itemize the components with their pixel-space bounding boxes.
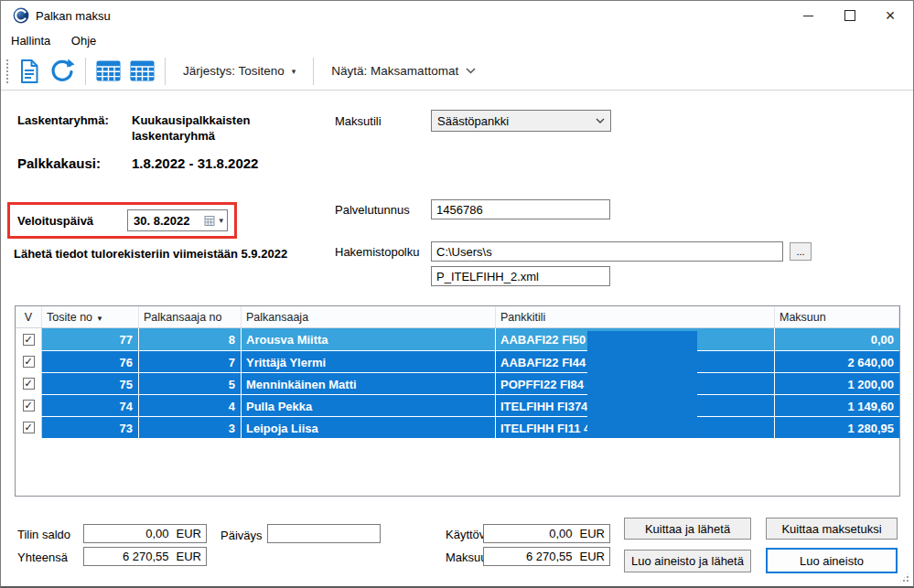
cell-tosite-no: 75	[42, 373, 139, 394]
chevron-down-icon	[596, 118, 605, 123]
currency-label: EUR	[580, 527, 605, 540]
maksutili-select[interactable]: Säästöpankki	[431, 110, 611, 132]
window-title: Palkan maksu	[36, 9, 111, 23]
cell-tosite-no: 73	[42, 417, 139, 438]
cell-palkansaaja-no: 3	[139, 417, 242, 438]
cell-palkansaaja: Pulla Pekka	[242, 395, 496, 416]
close-button[interactable]: ×	[869, 1, 911, 30]
column-header-check[interactable]: V	[16, 306, 42, 327]
toolbar-grip-handle[interactable]	[5, 59, 9, 84]
view-dropdown-label: Näytä: Maksamattomat	[331, 64, 458, 78]
row-checkbox-cell: ✓	[16, 417, 42, 438]
table-row[interactable]: ✓ 75 5 Menninkäinen Matti POPFFI22 FI84 …	[16, 372, 899, 394]
maksutili-selected-value: Säästöpankki	[437, 114, 596, 128]
kuittaa-maksetuksi-button[interactable]: Kuittaa maksetuksi	[766, 518, 898, 540]
hakemistopolku-input[interactable]	[431, 241, 783, 262]
cell-maksuun: 1 200,00	[775, 373, 899, 394]
table-row[interactable]: ✓ 77 8 Arousva Miitta AABAFI22 FI50 ( 0,…	[16, 328, 899, 350]
column-header-palkansaaja[interactable]: Palkansaaja	[242, 306, 496, 327]
row-checkbox[interactable]: ✓	[23, 356, 35, 368]
cell-maksuun: 2 640,00	[775, 351, 899, 372]
laskentaryhma-value-line1: Kuukausipalkkaisten	[132, 113, 250, 127]
new-document-button[interactable]	[14, 57, 45, 86]
kuittaa-ja-laheta-button[interactable]: Kuittaa ja lähetä	[624, 518, 751, 540]
currency-label: EUR	[177, 527, 201, 540]
maximize-button[interactable]	[829, 1, 871, 30]
yhteensa-value: 6 270,55	[89, 550, 169, 563]
row-checkbox[interactable]: ✓	[23, 378, 35, 390]
palvelutunnus-label: Palvelutunnus	[335, 203, 410, 217]
resize-grip[interactable]	[899, 572, 909, 583]
redaction-overlay	[587, 331, 697, 438]
paivays-label: Päiväys	[220, 529, 263, 542]
toolbar-separator	[165, 58, 166, 85]
veloituspaiva-label: Veloituspäivä	[17, 214, 93, 228]
row-checkbox[interactable]: ✓	[23, 400, 35, 412]
calendar-icon	[204, 215, 216, 227]
veloituspaiva-datepicker[interactable]: 30. 8.2022 ▾	[127, 209, 228, 231]
cell-tosite-no: 77	[42, 328, 139, 350]
maximize-icon	[844, 10, 855, 21]
tilin-saldo-field: 0,00 EUR	[83, 524, 207, 543]
luo-aineisto-ja-laheta-button[interactable]: Luo aineisto ja lähetä	[624, 550, 751, 572]
table-row[interactable]: ✓ 74 4 Pulla Pekka ITELFIHH FI3742 1 149…	[16, 394, 899, 416]
toolbar: Järjestys: Tositeno ▾ Näytä: Maksamattom…	[1, 52, 913, 91]
toolbar-separator	[313, 58, 314, 85]
menubar: Hallinta Ohje	[1, 30, 913, 52]
sort-desc-icon: ▼	[96, 315, 103, 323]
menu-item-hallinta[interactable]: Hallinta	[3, 30, 59, 51]
currency-label: EUR	[177, 550, 201, 563]
maksuun-valittu-value: 6 270,55	[489, 550, 573, 563]
column-header-pankkitili[interactable]: Pankkitili	[496, 306, 775, 327]
column-header-maksuun[interactable]: Maksuun	[775, 306, 899, 327]
refresh-button[interactable]	[45, 57, 80, 86]
palvelutunnus-input[interactable]	[431, 199, 610, 219]
menu-item-ohje[interactable]: Ohje	[63, 30, 104, 51]
table-row[interactable]: ✓ 73 3 Leipoja Liisa ITELFIHH FI11 4 1 2…	[16, 416, 899, 438]
row-checkbox[interactable]: ✓	[23, 334, 35, 346]
laskentaryhma-value-line2: laskentaryhmä	[132, 129, 215, 143]
tilin-saldo-value: 0,00	[89, 527, 169, 540]
sort-dropdown-label: Järjestys: Tositeno	[183, 64, 285, 78]
kayttovara-value: 0,00	[489, 527, 573, 540]
filename-input[interactable]	[431, 266, 610, 286]
chevron-down-icon	[466, 68, 476, 74]
palkkakausi-label: Palkkakausi:	[17, 155, 101, 171]
browse-button[interactable]: ...	[790, 242, 812, 261]
new-document-icon	[18, 59, 40, 84]
cell-palkansaaja: Leipoja Liisa	[242, 417, 496, 438]
cell-palkansaaja: Arousva Miitta	[242, 328, 496, 350]
row-checkbox-cell: ✓	[16, 395, 42, 416]
grid-view-button-1[interactable]	[91, 59, 125, 83]
grid-icon	[130, 60, 155, 81]
sort-dropdown[interactable]: Järjestys: Tositeno ▾	[171, 64, 307, 78]
column-header-palkansaaja-no[interactable]: Palkansaaja no	[139, 306, 242, 327]
maksutili-label: Maksutili	[335, 114, 382, 128]
cell-palkansaaja-no: 5	[139, 373, 242, 394]
cell-palkansaaja: Menninkäinen Matti	[242, 373, 496, 394]
yhteensa-label: Yhteensä	[17, 551, 68, 564]
grid-view-button-2[interactable]	[125, 59, 159, 83]
column-header-tosite-no[interactable]: Tosite no▼	[42, 306, 139, 327]
view-dropdown[interactable]: Näytä: Maksamattomat	[319, 64, 488, 78]
grid-icon	[96, 60, 121, 81]
tilin-saldo-label: Tilin saldo	[17, 528, 70, 541]
yhteensa-field: 6 270,55 EUR	[83, 547, 207, 566]
titlebar: Palkan maksu ×	[1, 1, 913, 30]
toolbar-separator	[85, 58, 86, 85]
app-window: Palkan maksu × Hallinta Ohje	[0, 0, 914, 588]
table-header: V Tosite no▼ Palkansaaja no Palkansaaja …	[16, 306, 899, 328]
payments-table: V Tosite no▼ Palkansaaja no Palkansaaja …	[15, 305, 900, 497]
minimize-button[interactable]	[787, 1, 829, 30]
cell-palkansaaja: Yrittäjä Ylermi	[242, 351, 496, 372]
cell-maksuun: 0,00	[775, 328, 899, 350]
row-checkbox[interactable]: ✓	[23, 422, 35, 433]
table-row[interactable]: ✓ 76 7 Yrittäjä Ylermi AABAFI22 FI44 ( 2…	[16, 350, 899, 372]
luo-aineisto-button[interactable]: Luo aineisto	[766, 548, 898, 573]
cell-maksuun: 1 280,95	[775, 417, 899, 438]
cell-palkansaaja-no: 7	[139, 351, 242, 372]
cell-tosite-no: 74	[42, 395, 139, 416]
paivays-input[interactable]	[267, 524, 381, 543]
dropdown-arrow-icon: ▾	[219, 216, 223, 225]
refresh-icon	[49, 59, 75, 84]
